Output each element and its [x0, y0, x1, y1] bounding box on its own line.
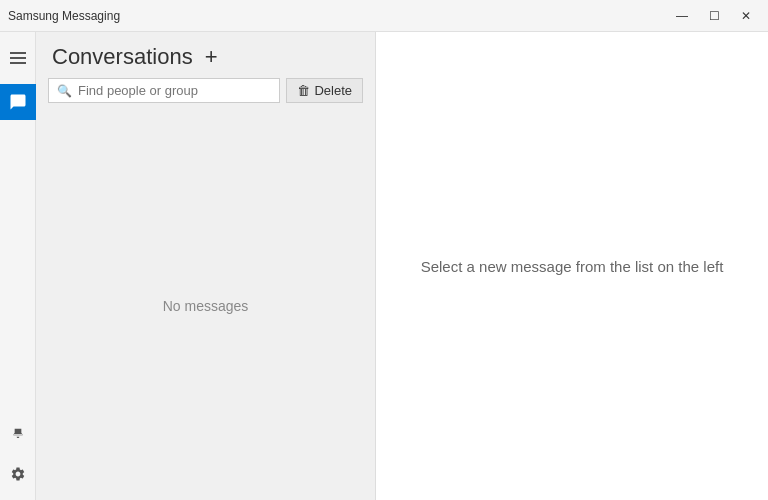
title-bar: Samsung Messaging — ☐ ✕ — [0, 0, 768, 32]
new-conversation-button[interactable]: + — [201, 44, 222, 70]
settings-icon-button[interactable] — [0, 456, 36, 492]
minimize-button[interactable]: — — [668, 2, 696, 30]
chat-icon — [9, 93, 27, 111]
pin-icon-button[interactable] — [0, 416, 36, 452]
title-bar-left: Samsung Messaging — [8, 9, 120, 23]
delete-icon: 🗑 — [297, 83, 310, 98]
delete-label: Delete — [314, 83, 352, 98]
main-empty-state: Select a new message from the list on th… — [421, 258, 724, 275]
conversations-nav-icon[interactable] — [0, 84, 36, 120]
main-content: Select a new message from the list on th… — [376, 32, 768, 500]
left-rail — [0, 32, 36, 500]
app-body: Conversations + 🔍 🗑 Delete No messages S… — [0, 32, 768, 500]
search-input[interactable] — [78, 83, 271, 98]
search-bar: 🔍 🗑 Delete — [48, 78, 363, 103]
sidebar-title: Conversations — [52, 44, 193, 70]
sidebar: Conversations + 🔍 🗑 Delete No messages — [36, 32, 376, 500]
sidebar-empty-state: No messages — [36, 111, 375, 500]
menu-icon[interactable] — [0, 40, 36, 76]
settings-icon — [10, 466, 26, 482]
maximize-button[interactable]: ☐ — [700, 2, 728, 30]
title-bar-controls: — ☐ ✕ — [668, 2, 760, 30]
pin-icon — [10, 426, 26, 442]
search-input-wrapper: 🔍 — [48, 78, 280, 103]
search-icon: 🔍 — [57, 84, 72, 98]
hamburger-icon[interactable] — [6, 48, 30, 68]
close-button[interactable]: ✕ — [732, 2, 760, 30]
no-messages-text: No messages — [163, 298, 249, 314]
delete-button[interactable]: 🗑 Delete — [286, 78, 363, 103]
rail-bottom-icons — [0, 416, 36, 492]
sidebar-header: Conversations + — [36, 32, 375, 78]
app-title: Samsung Messaging — [8, 9, 120, 23]
